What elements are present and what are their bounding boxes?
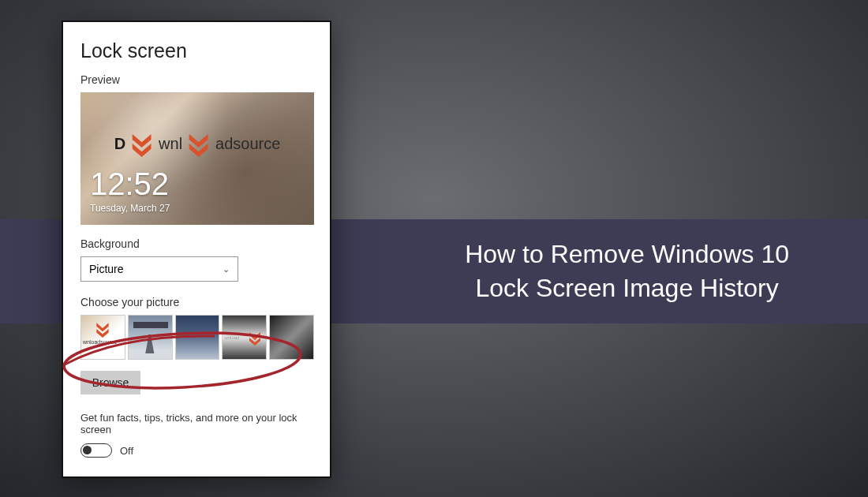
fun-facts-toggle-row: Off	[80, 443, 314, 458]
toggle-state-label: Off	[120, 445, 133, 457]
background-label: Background	[80, 237, 314, 250]
logo-suffix: adsource	[215, 135, 280, 153]
chevron-down-icon: ⌄	[223, 264, 230, 275]
thumb-caption: wnloadsource	[83, 339, 117, 345]
thumb-figure	[144, 334, 155, 353]
picture-thumb[interactable]: wnloadsource	[80, 315, 125, 360]
page-title: Lock screen	[80, 39, 314, 62]
browse-button[interactable]: Browse	[80, 371, 140, 394]
lockscreen-preview: D wnl adsource 12:52 Tuesday, March 27	[80, 92, 314, 225]
picture-history-row: wnloadsource wnload	[80, 315, 314, 360]
choose-picture-label: Choose your picture	[80, 296, 314, 308]
thumb-caption: wnload	[224, 335, 239, 340]
banner-title: How to Remove Windows 10 Lock Screen Ima…	[465, 237, 789, 305]
wallpaper-logo: D wnl adsource	[114, 130, 281, 157]
preview-date: Tuesday, March 27	[90, 203, 170, 214]
toggle-knob	[83, 446, 92, 454]
picture-thumb[interactable]	[269, 315, 314, 360]
chevron-down-icon	[247, 330, 263, 346]
fun-facts-label: Get fun facts, tips, tricks, and more on…	[80, 412, 314, 435]
logo-prefix: D	[114, 135, 125, 153]
logo-mid: wnl	[159, 135, 182, 153]
title-line-2: Lock Screen Image History	[476, 274, 779, 302]
preview-clock: 12:52	[90, 168, 169, 200]
picture-thumb[interactable]: wnload	[222, 315, 267, 360]
fun-facts-toggle[interactable]	[80, 443, 112, 458]
chevron-down-icon	[185, 130, 212, 157]
chevron-down-icon	[129, 130, 155, 157]
picture-thumb[interactable]	[128, 315, 173, 360]
background-select[interactable]: Picture ⌄	[80, 256, 238, 282]
select-value: Picture	[89, 263, 124, 275]
title-line-1: How to Remove Windows 10	[465, 240, 789, 268]
chevron-down-icon	[92, 320, 113, 338]
lock-screen-settings-panel: Lock screen Preview D wnl adsource 12:52…	[62, 21, 331, 478]
picture-thumb[interactable]	[175, 315, 220, 360]
preview-label: Preview	[80, 73, 314, 86]
thumb-caption	[133, 322, 168, 328]
